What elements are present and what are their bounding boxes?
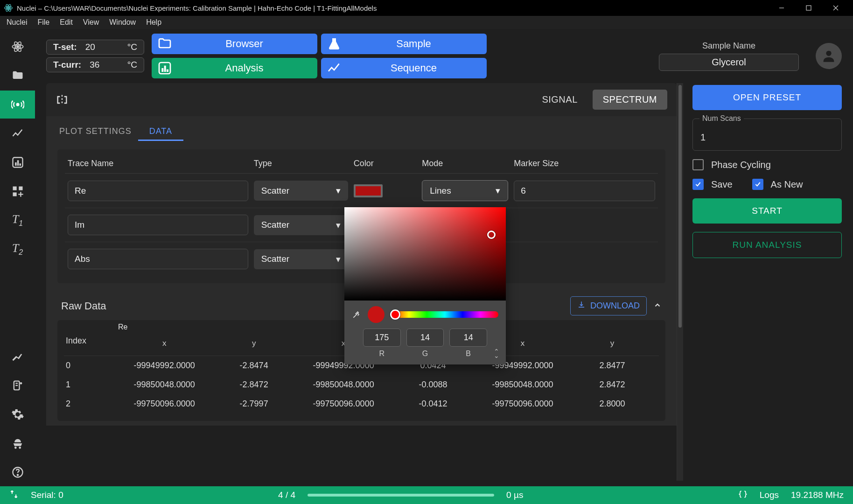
menu-help[interactable]: Help — [141, 17, 166, 28]
statusbar: Serial: 0 4 / 4 0 µs Logs 19.2188 MHz — [0, 486, 853, 504]
tile-analysis[interactable]: Analysis — [152, 58, 317, 78]
window-maximize[interactable] — [795, 0, 822, 16]
save-checkbox[interactable] — [692, 179, 704, 190]
current-color-swatch — [368, 306, 385, 323]
sidebar-t1[interactable]: T1 — [0, 206, 35, 234]
trace-name-input[interactable]: Im — [68, 215, 248, 235]
svg-rect-31 — [167, 70, 168, 72]
status-logs[interactable]: Logs — [760, 490, 779, 500]
sidebar-folder-icon[interactable] — [0, 62, 35, 90]
format-chevron-icon[interactable]: ⌃⌄ — [494, 350, 499, 358]
titlebar: Nuclei – C:\Users\WAR\Documents\Nuclei E… — [0, 0, 853, 16]
svg-rect-15 — [17, 160, 19, 166]
tab-spectrum[interactable]: SPECTRUM — [593, 90, 667, 110]
trace-name-input[interactable]: Re — [68, 181, 248, 201]
svg-rect-22 — [15, 383, 18, 384]
color-g-input[interactable]: 14 — [406, 329, 444, 347]
trace-name-input[interactable]: Abs — [68, 249, 248, 269]
chevron-up-icon[interactable] — [653, 301, 662, 311]
scrollbar[interactable] — [677, 83, 683, 481]
saturation-area[interactable] — [344, 207, 506, 301]
svg-point-21 — [20, 382, 22, 385]
svg-point-0 — [7, 7, 9, 9]
trace-mode-select[interactable]: Lines▾ — [422, 180, 508, 201]
menu-edit[interactable]: Edit — [55, 17, 77, 28]
svg-rect-23 — [15, 385, 18, 386]
sample-name-input[interactable]: Glycerol — [659, 54, 799, 71]
sidebar-device-icon[interactable] — [0, 371, 35, 399]
svg-point-12 — [16, 104, 19, 106]
svg-rect-16 — [19, 163, 21, 166]
trace-type-select[interactable]: Scatter▾ — [254, 181, 348, 201]
app-icon — [4, 3, 13, 13]
sidebar-help-icon[interactable] — [0, 458, 35, 486]
bar-chart-icon — [157, 61, 172, 76]
sample-name-label: Sample Name — [702, 41, 755, 51]
download-icon — [577, 301, 586, 311]
trace-size-input[interactable]: 6 — [514, 181, 655, 201]
menu-nuclei[interactable]: Nuclei — [2, 17, 32, 28]
avatar[interactable] — [816, 43, 842, 69]
braces-icon[interactable] — [738, 490, 748, 501]
caret-down-icon: ▾ — [336, 185, 341, 196]
hue-cursor[interactable] — [390, 309, 400, 320]
svg-rect-18 — [19, 187, 22, 190]
sidebar-gear-icon[interactable] — [0, 400, 35, 428]
mirror-icon[interactable] — [56, 93, 69, 106]
tile-sample[interactable]: Sample — [321, 34, 487, 54]
temp-set-value[interactable]: 20 — [85, 42, 95, 52]
tile-sequence[interactable]: Sequence — [321, 58, 487, 78]
temp-curr-value: 36 — [90, 60, 99, 70]
svg-point-27 — [17, 475, 18, 476]
menu-file[interactable]: File — [33, 17, 54, 28]
trace-type-select[interactable]: Scatter▾ — [254, 249, 348, 269]
folder-icon — [157, 36, 172, 51]
svg-point-24 — [14, 447, 17, 449]
temp-set-box: T-set: 20 °C — [46, 40, 144, 55]
sidebar-grid-add-icon[interactable] — [0, 177, 35, 205]
caret-down-icon: ▾ — [496, 185, 500, 196]
menu-view[interactable]: View — [78, 17, 104, 28]
status-time: 0 µs — [506, 490, 523, 500]
menu-window[interactable]: Window — [105, 17, 140, 28]
run-analysis-button[interactable]: RUN ANALYSIS — [692, 232, 842, 258]
num-scans-field[interactable]: Num Scans 1 — [692, 119, 842, 151]
sidebar-signal-icon[interactable] — [0, 91, 35, 119]
window-minimize[interactable] — [768, 0, 795, 16]
open-preset-button[interactable]: OPEN PRESET — [692, 85, 842, 110]
window-close[interactable] — [822, 0, 849, 16]
tile-browser[interactable]: Browser — [152, 34, 317, 54]
subtab-data[interactable]: DATA — [147, 123, 174, 140]
eyedropper-icon[interactable] — [352, 310, 361, 319]
sidebar-bar-chart-icon[interactable] — [0, 148, 35, 176]
status-count: 4 / 4 — [278, 490, 295, 500]
start-button[interactable]: START — [692, 198, 842, 224]
subtab-plot-settings[interactable]: PLOT SETTINGS — [57, 123, 133, 140]
menubar: Nuclei File Edit View Window Help — [0, 16, 853, 29]
panel-header: SIGNAL SPECTRUM — [46, 83, 677, 116]
svg-rect-17 — [13, 187, 16, 190]
saturation-cursor[interactable] — [487, 231, 496, 239]
color-picker: 175 14 14 R G B ⌃⌄ — [344, 207, 506, 364]
progress-bar — [308, 494, 494, 497]
hue-slider[interactable] — [391, 311, 498, 318]
status-serial: Serial: 0 — [31, 490, 63, 500]
color-r-input[interactable]: 175 — [363, 329, 401, 347]
svg-point-25 — [19, 447, 21, 449]
table-row: 2-99750096.0000-2.7997-99750096.0000-0.0… — [64, 394, 659, 413]
phase-cycling-checkbox[interactable] — [692, 159, 704, 170]
tab-signal[interactable]: SIGNAL — [531, 90, 587, 110]
trace-type-select[interactable]: Scatter▾ — [254, 215, 348, 235]
trace-color-swatch[interactable] — [354, 184, 383, 197]
sync-icon[interactable] — [9, 490, 19, 501]
sidebar-line-chart-icon[interactable] — [0, 119, 35, 147]
sidebar-t2[interactable]: T2 — [0, 235, 35, 263]
line-chart-icon — [327, 61, 342, 76]
sidebar-atom-icon[interactable] — [0, 33, 35, 61]
table-row: 1-99850048.0000-2.8472-99850048.0000-0.0… — [64, 375, 659, 394]
as-new-checkbox[interactable] — [752, 179, 763, 190]
sidebar-dig-icon[interactable] — [0, 343, 35, 371]
download-button[interactable]: DOWNLOAD — [570, 296, 647, 315]
color-b-input[interactable]: 14 — [449, 329, 487, 347]
sidebar-stroller-icon[interactable] — [0, 429, 35, 457]
